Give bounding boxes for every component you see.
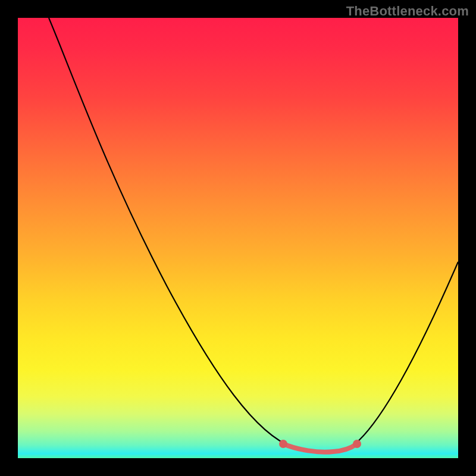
- bottleneck-curve: [49, 18, 458, 453]
- curve-svg: [18, 18, 458, 458]
- watermark-text: TheBottleneck.com: [346, 4, 469, 19]
- plot-area: [18, 18, 458, 458]
- chart-container: TheBottleneck.com: [0, 0, 476, 476]
- optimal-segment: [283, 444, 357, 452]
- optimal-start-dot: [279, 440, 287, 448]
- optimal-end-dot: [353, 440, 361, 448]
